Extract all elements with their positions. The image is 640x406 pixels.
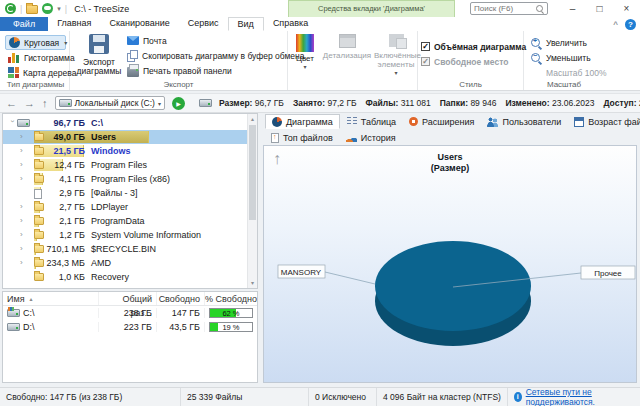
minimize-button[interactable]: –	[559, 0, 586, 17]
detail-tab-cal[interactable]: Возраст файлов	[568, 114, 640, 129]
drive-row[interactable]: D:\223 ГБ43,5 ГБ19 %	[3, 320, 257, 334]
button-label: Цвет	[290, 54, 320, 63]
drive-name-cell: C:\	[3, 308, 99, 318]
maximize-button[interactable]: □	[586, 0, 613, 17]
search-input[interactable]	[474, 4, 536, 13]
tree-scrollbar[interactable]: ▴ ▾	[247, 114, 257, 288]
column-header[interactable]: Общий раз...	[99, 292, 157, 305]
ribbon-tab[interactable]: Вид	[228, 17, 264, 31]
scrollbar-thumb[interactable]	[249, 125, 256, 220]
tab-label: Диаграмма	[286, 117, 333, 127]
export-button[interactable]: Печать правой панели	[124, 63, 307, 78]
export-button[interactable]: Скопировать диаграмму в буфер обмена	[124, 48, 307, 63]
collapse-ribbon-icon[interactable]: ^	[613, 20, 618, 29]
drive-row[interactable]: C:\238 ГБ147 ГБ62 %	[3, 306, 257, 320]
ribbon-tab[interactable]: Сервис	[179, 17, 228, 31]
back-icon[interactable]: ←	[6, 98, 17, 109]
chart-type-button[interactable]: Карта дерева	[5, 65, 66, 80]
close-button[interactable]: ×	[613, 0, 640, 17]
detail-tab-history[interactable]: История	[340, 130, 402, 145]
feedback-icon[interactable]	[42, 3, 53, 14]
tree-row[interactable]: ›12,4 ГБProgram Files	[3, 158, 247, 172]
pie-top[interactable]	[375, 241, 531, 331]
column-header[interactable]: Свободно	[157, 292, 205, 305]
start-scan-button[interactable]: ▶	[172, 97, 185, 110]
scale-button[interactable]: −Уменьшить	[527, 50, 601, 65]
tree-row[interactable]: 1,0 КБRecovery	[3, 270, 247, 284]
style-checkbox-row: ✓Свободное место	[421, 54, 520, 69]
qat-dropdown-icon[interactable]: ▾	[57, 5, 61, 13]
search-box[interactable]	[470, 2, 548, 15]
toolbar: ← → ↑ Локальный диск (C:) ▾ ▶ Размер: 96…	[0, 93, 640, 113]
drive-table-header: Имя▴Общий раз...Свободно% Свободно	[3, 292, 257, 306]
slice-label: Прочее	[594, 269, 622, 278]
tree-row[interactable]: ›2,1 ГБProgramData	[3, 214, 247, 228]
group-label: Экспорт	[70, 80, 287, 89]
treesize-window: | ▾ | C:\ - TreeSize Средства вкладки 'Д…	[0, 0, 640, 406]
status-link-cell: i Сетевые пути не поддерживаются.	[507, 388, 640, 406]
column-header[interactable]: % Свободно	[205, 292, 257, 305]
pie-chart-icon	[9, 37, 20, 48]
tab-label: Возраст файлов	[588, 117, 640, 127]
folder-tree-panel: ›96,7 ГБC:\›49,0 ГБUsers›21,5 ГБWindows›…	[2, 113, 258, 289]
quick-access-toolbar: | ▾ |	[0, 3, 67, 14]
scroll-down-icon[interactable]: ▾	[248, 278, 257, 288]
detail-tab-tablelines[interactable]: Таблица	[341, 114, 402, 129]
drive-total: 223 ГБ	[99, 322, 157, 332]
info-icon: i	[514, 392, 522, 402]
dropdown-icon: ▾	[290, 63, 320, 72]
tree-row[interactable]: ›96,7 ГБC:\	[3, 116, 247, 130]
scroll-up-icon[interactable]: ▴	[248, 114, 257, 124]
ribbon-tab[interactable]: Сканирование	[100, 17, 178, 31]
chart-type-button[interactable]: Круговая▾	[5, 35, 66, 50]
tree-row[interactable]: ›234,3 МБAMD	[3, 256, 247, 270]
ribbon-big-button[interactable]: Цвет▾	[290, 34, 320, 72]
separator: |	[65, 4, 67, 14]
column-header[interactable]: Имя▴	[3, 292, 99, 305]
export-button[interactable]: Почта	[124, 33, 307, 48]
export-diagram-button[interactable]: Экспорт диаграммы	[76, 34, 122, 76]
button-label: Увеличить	[546, 38, 587, 48]
pie-chart[interactable]: MANSORY Прочее	[264, 146, 636, 382]
tree-row[interactable]: ›21,5 ГБWindows	[3, 144, 247, 158]
network-paths-link[interactable]: Сетевые пути не поддерживаются.	[526, 387, 632, 406]
ribbon-tab[interactable]: Главная	[48, 17, 100, 31]
chart-type-button[interactable]: Гистограмма	[5, 50, 66, 65]
checkbox[interactable]: ✓	[421, 42, 430, 51]
style-checkbox-row[interactable]: ✓Объёмная диаграмма	[421, 39, 520, 54]
button-label: Гистограмма	[24, 53, 75, 63]
detail-tab-topfiles[interactable]: Топ файлов	[265, 130, 339, 145]
tree-row[interactable]: ›4,1 ГБProgram Files (x86)	[3, 172, 247, 186]
scale-button[interactable]: +Увеличить	[527, 35, 601, 50]
detail-tab-users[interactable]: Пользователи	[481, 114, 567, 129]
button-label: Детализация	[322, 51, 372, 60]
drive-select[interactable]: Локальный диск (C:) ▾	[55, 96, 165, 110]
tree-row[interactable]: ›710,1 МБ$RECYCLE.BIN	[3, 242, 247, 256]
up-icon[interactable]: ↑	[42, 98, 48, 109]
detail-tab-ext[interactable]: Расширения	[403, 114, 480, 129]
group-label: Масштаб	[524, 80, 604, 89]
group-chart: Цвет▾ДетализацияВключённые элементы▾	[288, 31, 418, 90]
ribbon-tab[interactable]: Справка	[264, 17, 317, 31]
detail-tab-pietab[interactable]: Диаграмма	[265, 114, 340, 129]
dropdown-icon: ▾	[64, 39, 67, 46]
help-icon[interactable]: ?	[625, 19, 636, 30]
open-folder-icon[interactable]	[26, 5, 38, 14]
item-name: Program Files (x86)	[91, 172, 170, 186]
detail-panel: ДиаграммаТаблицаРасширенияПользователиВо…	[263, 113, 637, 383]
item-name: AMD	[91, 256, 111, 270]
window-controls: – □ ×	[559, 0, 640, 17]
sort-ascending-icon: ▴	[30, 292, 33, 306]
tree-row[interactable]: 2,9 ГБ[Файлы - 3]	[3, 186, 247, 200]
drive-icon	[7, 309, 20, 317]
tree-row[interactable]: ›2,7 ГБLDPlayer	[3, 200, 247, 214]
tab-file[interactable]: Файл	[0, 17, 48, 31]
drive-total: 238 ГБ	[99, 308, 157, 318]
tree-row[interactable]: ›1,2 ГБSystem Volume Information	[3, 228, 247, 242]
ribbon-helpers: ^ ?	[613, 19, 636, 30]
tree-row[interactable]: ›49,0 ГБUsers	[3, 130, 247, 144]
drive-stat: Доступ: 23.06.2023	[603, 98, 640, 108]
button-label: Уменьшить	[546, 53, 591, 63]
forward-icon[interactable]: →	[24, 98, 35, 109]
item-size: 49,0 ГБ	[23, 130, 85, 144]
